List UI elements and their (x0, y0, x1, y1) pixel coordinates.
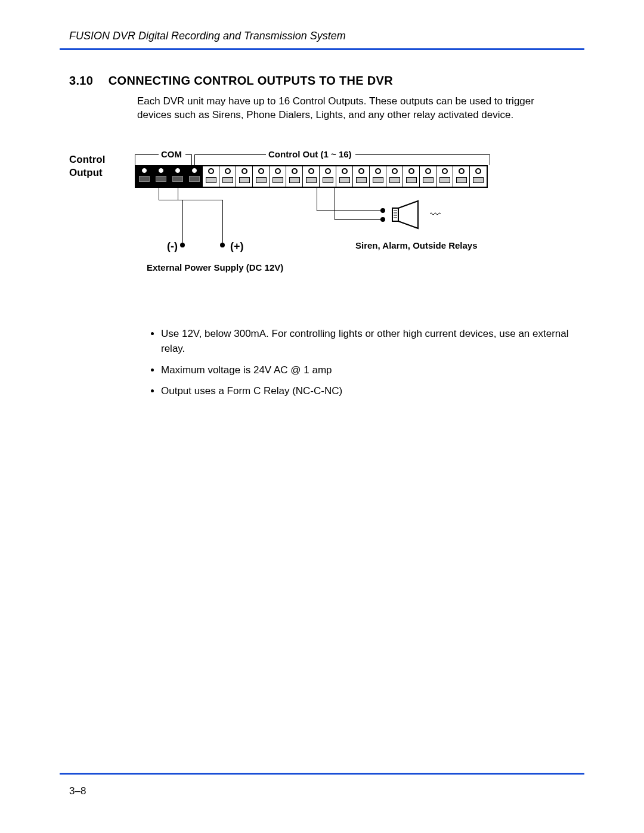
sound-wave-icon: 〰 (430, 209, 441, 221)
output-terminal (370, 166, 386, 187)
footer-rule (60, 773, 584, 775)
com-terminal (186, 166, 203, 187)
com-terminal (136, 166, 153, 187)
section-number: 3.10 (69, 74, 105, 88)
com-terminal (153, 166, 169, 187)
output-terminal (219, 166, 236, 187)
page-number: 3–8 (69, 785, 584, 797)
spec-bullet: Output uses a Form C Relay (NC-C-NC) (161, 383, 584, 399)
svg-marker-5 (398, 201, 418, 228)
positive-terminal-label: (+) (230, 240, 244, 253)
output-terminal (386, 166, 403, 187)
wire-endpoint-icon (180, 243, 185, 247)
control-output-diagram: COM Control Out (1 ~ 16) (-) (+) Externa… (135, 152, 504, 283)
header-rule (60, 48, 584, 50)
page-header: FUSION DVR Digital Recording and Transmi… (60, 30, 584, 48)
output-terminal (453, 166, 470, 187)
output-terminal (403, 166, 420, 187)
section-title: CONNECTING CONTROL OUTPUTS TO THE DVR (109, 74, 393, 87)
external-power-label: External Power Supply (DC 12V) (147, 262, 283, 272)
output-terminal (286, 166, 303, 187)
output-terminal (303, 166, 320, 187)
wire-endpoint-icon (380, 217, 385, 222)
output-terminal (436, 166, 453, 187)
svg-rect-0 (392, 208, 398, 221)
com-label: COM (159, 149, 184, 159)
terminal-strip (135, 165, 488, 188)
spec-bullet-list: Use 12V, below 300mA. For controlling li… (137, 326, 584, 405)
side-label-line2: Output (69, 167, 103, 178)
diagram-side-label: Control Output (69, 152, 135, 283)
side-label-line1: Control (69, 154, 105, 165)
output-terminal (253, 166, 270, 187)
spec-bullet: Use 12V, below 300mA. For controlling li… (161, 326, 584, 357)
output-terminal (203, 166, 219, 187)
siren-icon (391, 200, 427, 232)
com-terminal (169, 166, 186, 187)
section-heading: 3.10 CONNECTING CONTROL OUTPUTS TO THE D… (69, 74, 584, 88)
output-terminal (353, 166, 370, 187)
spec-bullet: Maximum voltage is 24V AC @ 1 amp (161, 363, 584, 378)
output-terminal (320, 166, 336, 187)
output-terminal (336, 166, 353, 187)
siren-label: Siren, Alarm, Outside Relays (355, 240, 478, 250)
wire-endpoint-icon (380, 208, 385, 213)
output-terminal (420, 166, 436, 187)
negative-terminal-label: (-) (167, 240, 178, 253)
section-intro: Each DVR unit may have up to 16 Control … (137, 95, 566, 122)
control-out-label: Control Out (1 ~ 16) (266, 149, 354, 159)
output-terminal (236, 166, 253, 187)
output-terminal (270, 166, 286, 187)
wire-endpoint-icon (220, 243, 225, 247)
output-terminal (470, 166, 487, 187)
